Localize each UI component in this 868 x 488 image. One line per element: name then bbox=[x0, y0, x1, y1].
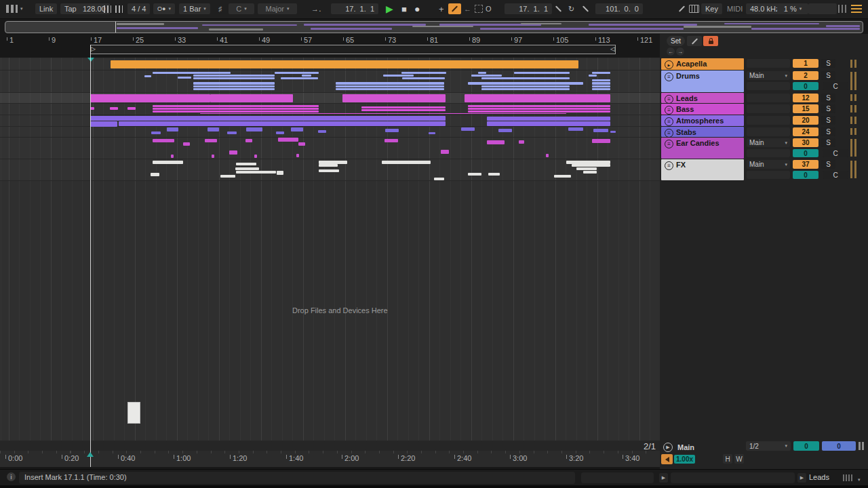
clip[interactable] bbox=[382, 161, 431, 164]
clip[interactable] bbox=[468, 173, 481, 176]
loop-icon[interactable]: ↻ bbox=[568, 3, 574, 14]
clip[interactable] bbox=[281, 77, 318, 79]
fade-icon[interactable] bbox=[555, 3, 562, 14]
cpu-load-menu[interactable]: 1 %▾ bbox=[777, 3, 808, 14]
clip[interactable] bbox=[193, 88, 275, 90]
track-number[interactable]: 30 bbox=[793, 138, 818, 147]
pan-value[interactable]: 0 bbox=[793, 149, 818, 157]
overload-indicator-icon[interactable] bbox=[851, 3, 862, 14]
clip[interactable] bbox=[487, 117, 610, 121]
clip[interactable] bbox=[468, 82, 583, 85]
clip[interactable] bbox=[235, 167, 259, 170]
crossfade-button[interactable]: C bbox=[823, 171, 848, 179]
track-number[interactable]: 1 bbox=[793, 59, 818, 68]
clip[interactable] bbox=[319, 164, 338, 167]
app-menu-icon[interactable]: ▾ bbox=[6, 3, 23, 14]
loop-end-marker[interactable]: ◁ bbox=[610, 45, 615, 53]
clip[interactable] bbox=[220, 175, 235, 178]
clip[interactable] bbox=[111, 60, 578, 68]
midi-map-button[interactable]: MIDI bbox=[727, 3, 743, 14]
clip[interactable] bbox=[276, 131, 284, 134]
clip[interactable] bbox=[385, 129, 399, 132]
clip[interactable] bbox=[361, 106, 446, 108]
clip[interactable] bbox=[441, 150, 449, 154]
clip[interactable] bbox=[402, 77, 445, 79]
clip[interactable] bbox=[205, 139, 217, 142]
track-header-row[interactable]: ≡FXMain▾37S0C bbox=[661, 159, 868, 180]
clip[interactable] bbox=[153, 72, 231, 74]
loop-start-marker[interactable]: ▷ bbox=[91, 45, 96, 53]
clip[interactable] bbox=[210, 94, 293, 102]
clip[interactable] bbox=[110, 107, 118, 110]
width-button[interactable]: W bbox=[734, 454, 744, 464]
track-io-dropdown[interactable] bbox=[747, 59, 790, 68]
record-button[interactable]: ● bbox=[414, 3, 420, 14]
main-pan-value[interactable]: 0 bbox=[793, 441, 819, 451]
arrangement-track-row[interactable] bbox=[0, 93, 660, 104]
track-number[interactable]: 37 bbox=[793, 160, 818, 169]
clip[interactable] bbox=[153, 139, 174, 142]
track-header-row[interactable]: ▶Acapella1S bbox=[661, 58, 868, 70]
clip[interactable] bbox=[514, 72, 570, 74]
scale-name-menu[interactable]: Major▾ bbox=[258, 3, 297, 14]
clip[interactable] bbox=[592, 88, 610, 90]
track-name-box[interactable]: ≡Bass bbox=[661, 104, 744, 115]
clip[interactable] bbox=[481, 85, 570, 87]
clip[interactable] bbox=[488, 173, 500, 176]
solo-button[interactable]: S bbox=[821, 116, 835, 125]
solo-button[interactable]: S bbox=[821, 71, 835, 80]
clip[interactable] bbox=[481, 77, 570, 79]
clip[interactable] bbox=[554, 175, 571, 178]
clip[interactable] bbox=[461, 127, 475, 131]
clip[interactable] bbox=[589, 75, 597, 77]
clip[interactable] bbox=[153, 108, 319, 110]
arrangement-overview[interactable] bbox=[5, 21, 863, 33]
clip[interactable] bbox=[572, 164, 610, 167]
clip[interactable] bbox=[236, 171, 276, 174]
arrangement-track-row[interactable] bbox=[0, 58, 660, 70]
track-name-box[interactable]: ▶Acapella bbox=[661, 58, 744, 70]
arrangement-track-row[interactable] bbox=[0, 138, 660, 159]
metronome-bars-icon[interactable] bbox=[115, 3, 123, 14]
arrangement-track-row[interactable] bbox=[0, 127, 660, 138]
clip[interactable] bbox=[465, 94, 610, 102]
punch-position-field[interactable]: 17. 1. 1 bbox=[505, 3, 552, 14]
stop-button[interactable]: ■ bbox=[401, 3, 407, 14]
time-signature-field[interactable]: 4 / 4 bbox=[127, 3, 150, 14]
meter-menu-caret[interactable]: ▾ bbox=[855, 474, 861, 485]
set-button[interactable]: Set bbox=[667, 36, 685, 46]
clip[interactable] bbox=[336, 82, 444, 85]
clip[interactable] bbox=[519, 140, 524, 144]
track-header-row[interactable]: ≡Ear CandiesMain▾30S0C bbox=[661, 138, 868, 159]
clip[interactable] bbox=[296, 154, 299, 157]
quantize-menu[interactable]: 1 Bar▾ bbox=[179, 3, 210, 14]
clip[interactable] bbox=[383, 75, 414, 77]
clip[interactable] bbox=[568, 127, 583, 131]
zoom-level-value[interactable]: 1.00x bbox=[674, 455, 695, 464]
track-header-row[interactable]: ≡Atmospheres20S bbox=[661, 115, 868, 126]
clip[interactable] bbox=[291, 127, 303, 131]
arrangement-track-row[interactable] bbox=[0, 115, 660, 127]
clip[interactable] bbox=[277, 171, 283, 175]
clip[interactable] bbox=[336, 88, 444, 90]
slope-icon[interactable] bbox=[582, 3, 589, 14]
solo-button[interactable]: S bbox=[821, 59, 835, 68]
clip[interactable] bbox=[278, 138, 298, 142]
clip[interactable] bbox=[593, 129, 608, 132]
arrangement-track-row[interactable] bbox=[0, 104, 660, 115]
track-header-row[interactable]: ≡Stabs24S bbox=[661, 127, 868, 137]
clip[interactable] bbox=[384, 139, 398, 142]
clip[interactable] bbox=[319, 169, 339, 172]
key-map-button[interactable]: Key bbox=[701, 3, 722, 14]
clip[interactable] bbox=[434, 178, 444, 180]
scale-root-menu[interactable]: C▾ bbox=[229, 3, 254, 14]
clip[interactable] bbox=[183, 142, 190, 146]
clip[interactable] bbox=[498, 129, 512, 132]
scale-icon[interactable]: ♯ bbox=[218, 3, 222, 14]
nav-left-button[interactable]: ← bbox=[667, 47, 675, 56]
clip[interactable] bbox=[236, 163, 256, 165]
clip[interactable] bbox=[487, 121, 610, 126]
clip[interactable] bbox=[468, 110, 610, 113]
arrangement-loop-region[interactable]: ▷ ◁ bbox=[90, 45, 616, 54]
time-ruler[interactable]: 0:000:200:401:001:201:402:002:202:403:00… bbox=[0, 451, 660, 467]
